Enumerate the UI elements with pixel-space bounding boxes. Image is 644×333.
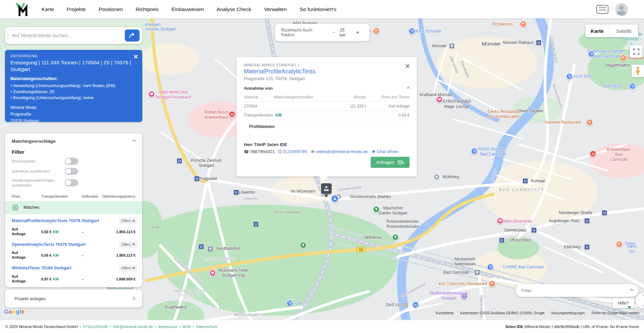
map-marker-shop[interactable] bbox=[286, 300, 293, 307]
map-marker-food[interactable] bbox=[616, 241, 623, 248]
chat-link[interactable]: Chat öffnen bbox=[377, 149, 398, 154]
map-marker-pink[interactable] bbox=[497, 217, 504, 224]
fullscreen-button[interactable] bbox=[630, 45, 642, 58]
match-potential: 1.855.113 € bbox=[102, 230, 136, 234]
map-marker-museum[interactable] bbox=[461, 293, 468, 300]
footer-email-link[interactable]: info@mineral-minds.de bbox=[113, 325, 153, 329]
create-project-button[interactable]: Projekt anlegen bbox=[5, 289, 142, 308]
map-marker-u[interactable]: U bbox=[584, 244, 590, 250]
anfragen-button[interactable]: Anfragen bbox=[371, 157, 410, 168]
match-vollkosten: – bbox=[82, 277, 102, 281]
shortcuts-link[interactable]: Kurzbefehle bbox=[436, 311, 453, 315]
map-marker-food[interactable] bbox=[586, 119, 593, 126]
map-marker-garden[interactable] bbox=[373, 206, 380, 213]
offen-badge[interactable]: Offen✉ bbox=[119, 265, 138, 272]
map-marker-shop[interactable] bbox=[471, 148, 478, 155]
map-marker-u[interactable]: U bbox=[602, 210, 607, 215]
match-link[interactable]: WhitelistTests 70184 Stuttgart bbox=[12, 266, 71, 270]
match-link[interactable]: OpenedAnalyticTests 70376 Stuttgart bbox=[12, 242, 86, 247]
popup-close-icon[interactable]: ✕ bbox=[405, 62, 410, 70]
radius-decrease-button[interactable]: − bbox=[328, 29, 340, 36]
nav-item-verwalten[interactable]: Verwalten bbox=[264, 6, 287, 12]
disposal-city: 70376 Stuttgart bbox=[10, 118, 137, 124]
match-link[interactable]: MaterialProfileAnalyticTests 70376 Stutt… bbox=[12, 218, 99, 223]
map-marker-u[interactable]: U bbox=[194, 176, 200, 181]
handlungsempfehlungen-toggle[interactable] bbox=[65, 179, 78, 186]
map-marker-hospital[interactable] bbox=[590, 150, 597, 157]
map-type-satellit-button[interactable]: Satellit bbox=[609, 24, 638, 37]
map-marker-shop[interactable] bbox=[487, 264, 494, 271]
search-input[interactable] bbox=[8, 29, 122, 42]
filter-collapse-chevron-icon[interactable] bbox=[630, 288, 633, 292]
nav-item-positionen[interactable]: Positionen bbox=[99, 6, 123, 12]
map-marker-pink[interactable] bbox=[148, 91, 155, 98]
contact-email-link[interactable]: selenide@mineral-minds.de bbox=[316, 149, 368, 154]
map-marker-food[interactable] bbox=[620, 55, 627, 62]
collapse-chevron-icon[interactable] bbox=[406, 86, 410, 90]
user-avatar[interactable] bbox=[615, 3, 628, 16]
map-marker-garden[interactable] bbox=[392, 234, 399, 241]
offen-badge[interactable]: Offen✉ bbox=[119, 217, 138, 224]
preisangaben-toggle[interactable] bbox=[65, 158, 78, 165]
map-marker-navarrow[interactable] bbox=[331, 195, 339, 203]
map-marker-hospital[interactable] bbox=[229, 111, 236, 118]
map-marker-shop[interactable] bbox=[409, 28, 416, 35]
map[interactable]: kswagenomobile StuttgartAFN StuttgartEDE… bbox=[0, 18, 644, 320]
map-marker-u[interactable]: U bbox=[253, 221, 259, 227]
map-marker-u[interactable]: U bbox=[523, 178, 528, 184]
map-marker-stop[interactable] bbox=[435, 175, 439, 179]
footer-phone-link[interactable]: 07151/250100 bbox=[83, 325, 108, 329]
nav-item-analyse-check[interactable]: Analyse Check bbox=[217, 6, 251, 12]
offen-badge[interactable]: Offen✉ bbox=[119, 241, 138, 248]
substitute-toggle[interactable] bbox=[65, 168, 78, 175]
google-logo[interactable]: Google bbox=[4, 309, 25, 315]
map-marker-pink[interactable] bbox=[209, 270, 216, 277]
map-type-karte-button[interactable]: Karte bbox=[585, 24, 609, 37]
map-marker-u[interactable]: U bbox=[199, 244, 204, 249]
map-marker-u[interactable]: U bbox=[584, 218, 590, 223]
map-marker-pool[interactable] bbox=[412, 302, 419, 309]
mineral-minds-logo[interactable] bbox=[15, 2, 29, 17]
map-marker-shop[interactable] bbox=[566, 73, 573, 80]
help-button[interactable]: Hilfe? bbox=[612, 298, 634, 308]
mail-icon: ✉ bbox=[132, 242, 135, 247]
pan-left-icon[interactable]: ‹ bbox=[638, 298, 639, 302]
map-marker-food[interactable] bbox=[373, 27, 380, 35]
footer-agb-link[interactable]: AGB bbox=[183, 325, 191, 329]
map-marker-selected[interactable] bbox=[320, 183, 332, 195]
nav-item-so-funktionierts[interactable]: So funktioniert's bbox=[300, 6, 336, 12]
directions-button[interactable] bbox=[125, 29, 140, 42]
match-transport: 0,55 € bbox=[41, 230, 52, 234]
nav-item-karte[interactable]: Karte bbox=[42, 6, 54, 12]
contact-mobile-link[interactable]: 0123/456789 bbox=[282, 149, 307, 154]
footer-datenschutz-link[interactable]: Datenschutz bbox=[196, 325, 218, 329]
map-marker-u[interactable]: U bbox=[536, 40, 541, 45]
terms-link[interactable]: Nutzungsbedingungen bbox=[551, 311, 585, 315]
report-error-link[interactable]: Fehler bei Google Maps melden bbox=[592, 311, 639, 315]
map-marker-u[interactable]: U bbox=[177, 158, 182, 163]
nav-item-einbauweisen[interactable]: Einbauweisen bbox=[171, 6, 204, 12]
map-marker-shop[interactable] bbox=[588, 51, 595, 58]
map-marker-train[interactable] bbox=[208, 246, 213, 252]
map-marker-u[interactable]: U bbox=[531, 227, 537, 233]
map-filter-input[interactable] bbox=[521, 288, 627, 293]
popup-title[interactable]: MaterialProfileAnalyticTests bbox=[244, 68, 410, 75]
pan-up-icon[interactable]: ˄ bbox=[642, 293, 644, 297]
map-marker-pink[interactable] bbox=[436, 96, 443, 103]
map-marker-train[interactable] bbox=[449, 43, 454, 49]
map-marker-garden[interactable] bbox=[300, 242, 307, 249]
map-marker-shop[interactable] bbox=[629, 83, 636, 90]
map-marker-food[interactable] bbox=[520, 21, 527, 28]
radius-increase-button[interactable]: + bbox=[352, 29, 364, 36]
matching-collapse-chevron-icon[interactable] bbox=[132, 139, 136, 143]
nav-item-projekte[interactable]: Projekte bbox=[67, 6, 86, 12]
map-marker-food[interactable] bbox=[489, 280, 496, 287]
list-card-icon[interactable] bbox=[596, 5, 608, 14]
map-marker-u[interactable]: U bbox=[233, 190, 239, 195]
pegman-button[interactable] bbox=[632, 65, 644, 77]
footer-impressum-link[interactable]: Impressum bbox=[158, 325, 177, 329]
nav-item-richtpreis[interactable]: Richtpreis bbox=[136, 6, 159, 12]
map-marker-u[interactable]: U bbox=[499, 238, 504, 243]
pan-down-icon[interactable]: ˅ bbox=[642, 304, 644, 308]
map-marker-train[interactable] bbox=[475, 270, 480, 275]
